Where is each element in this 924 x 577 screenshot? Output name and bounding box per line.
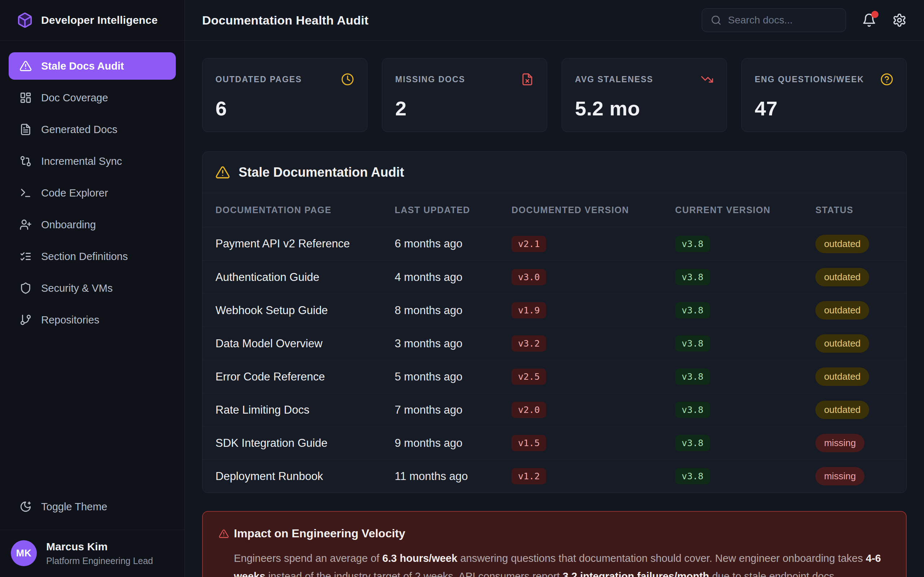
current-version-cell: v3.8 xyxy=(675,335,816,351)
last-updated: 11 months ago xyxy=(394,470,512,483)
warning-triangle-icon xyxy=(215,165,230,180)
doc-page-name: Data Model Overview xyxy=(215,337,394,350)
user-info: Marcus Kim Platform Engineering Lead xyxy=(46,541,153,566)
documented-version-cell: v1.2 xyxy=(512,468,675,484)
doc-page-name: Payment API v2 Reference xyxy=(215,237,394,250)
user-plus-icon xyxy=(19,219,32,231)
last-updated: 8 months ago xyxy=(394,304,512,317)
user-role: Platform Engineering Lead xyxy=(46,556,153,566)
status-cell: outdated xyxy=(815,334,893,353)
sidebar-footer: Toggle Theme xyxy=(0,493,184,530)
alert-triangle-icon xyxy=(19,60,32,72)
gear-icon xyxy=(892,13,907,27)
settings-button[interactable] xyxy=(892,13,907,27)
stat-value: 6 xyxy=(215,97,354,120)
documented-version-badge: v2.1 xyxy=(512,236,546,252)
documented-version-cell: v2.1 xyxy=(512,236,675,252)
stat-card-missing-docs: MISSING DOCS 2 xyxy=(382,58,547,132)
status-badge: outdated xyxy=(815,268,869,286)
sidebar-item-onboarding[interactable]: Onboarding xyxy=(9,211,176,239)
content: OUTDATED PAGES 6 MISSING DOCS 2 AVG STAL… xyxy=(185,41,924,577)
documented-version-badge: v1.9 xyxy=(512,302,546,318)
file-text-icon xyxy=(19,123,32,135)
git-branch-icon xyxy=(19,314,32,326)
sidebar-item-doc-coverage[interactable]: Doc Coverage xyxy=(9,84,176,111)
layout-dashboard-icon xyxy=(19,92,32,104)
sidebar-item-incremental-sync[interactable]: Incremental Sync xyxy=(9,148,176,175)
status-badge: outdated xyxy=(815,301,869,319)
current-version-cell: v3.8 xyxy=(675,402,816,418)
sidebar-item-stale-docs-audit[interactable]: Stale Docs Audit xyxy=(9,52,176,80)
sidebar-item-code-explorer[interactable]: Code Explorer xyxy=(9,179,176,206)
status-badge: missing xyxy=(815,467,864,485)
status-badge: outdated xyxy=(815,235,869,253)
doc-page-name: Deployment Runbook xyxy=(215,470,394,483)
column-header-last-updated: LAST UPDATED xyxy=(394,205,512,215)
current-version-badge: v3.8 xyxy=(675,369,710,385)
user-profile[interactable]: MK Marcus Kim Platform Engineering Lead xyxy=(0,530,184,577)
current-version-cell: v3.8 xyxy=(675,369,816,385)
last-updated: 4 months ago xyxy=(394,271,512,284)
stat-card-outdated-pages: OUTDATED PAGES 6 xyxy=(202,58,367,132)
audit-table-header: Stale Documentation Audit xyxy=(202,152,906,193)
status-cell: outdated xyxy=(815,301,893,319)
current-version-badge: v3.8 xyxy=(675,335,710,351)
notification-dot xyxy=(871,11,879,18)
status-cell: missing xyxy=(815,467,893,485)
status-badge: missing xyxy=(815,434,864,452)
current-version-badge: v3.8 xyxy=(675,236,710,252)
stat-value: 2 xyxy=(395,97,534,120)
status-badge: outdated xyxy=(815,334,869,353)
notifications-button[interactable] xyxy=(862,13,876,27)
search-box[interactable] xyxy=(702,8,846,32)
cube-logo-icon xyxy=(16,12,33,29)
documented-version-cell: v3.2 xyxy=(512,335,675,351)
documented-version-badge: v3.2 xyxy=(512,335,546,351)
toggle-theme-button[interactable]: Toggle Theme xyxy=(9,493,176,521)
table-row: Rate Limiting Docs 7 months ago v2.0 v3.… xyxy=(202,393,906,426)
stat-label: ENG QUESTIONS/WEEK xyxy=(755,75,864,84)
sidebar-nav: Stale Docs Audit Doc Coverage Generated … xyxy=(0,41,184,493)
last-updated: 3 months ago xyxy=(394,337,512,350)
search-icon xyxy=(711,15,722,26)
sidebar-item-generated-docs[interactable]: Generated Docs xyxy=(9,116,176,143)
last-updated: 5 months ago xyxy=(394,371,512,384)
toggle-theme-label: Toggle Theme xyxy=(41,501,107,513)
app-logo-row: Developer Intelligence xyxy=(0,0,184,41)
main-area: Documentation Health Audit OUTDATED PAGE… xyxy=(185,0,924,577)
moon-star-icon xyxy=(19,501,32,513)
current-version-badge: v3.8 xyxy=(675,435,710,451)
trending-down-icon xyxy=(701,73,714,86)
current-version-badge: v3.8 xyxy=(675,302,710,318)
column-header-status: STATUS xyxy=(815,205,893,215)
sidebar-item-security-vms[interactable]: Security & VMs xyxy=(9,274,176,302)
list-checks-icon xyxy=(19,250,32,263)
column-header-documented-version: DOCUMENTED VERSION xyxy=(512,205,675,215)
sidebar-item-repositories[interactable]: Repositories xyxy=(9,306,176,334)
terminal-icon xyxy=(19,187,32,199)
documented-version-cell: v2.0 xyxy=(512,402,675,418)
table-row: Deployment Runbook 11 months ago v1.2 v3… xyxy=(202,459,906,493)
documented-version-cell: v1.9 xyxy=(512,302,675,318)
status-cell: missing xyxy=(815,434,893,452)
table-row: Data Model Overview 3 months ago v3.2 v3… xyxy=(202,327,906,360)
last-updated: 9 months ago xyxy=(394,437,512,450)
topbar: Documentation Health Audit xyxy=(185,0,924,41)
documented-version-badge: v1.5 xyxy=(512,435,546,451)
table-row: Payment API v2 Reference 6 months ago v2… xyxy=(202,227,906,260)
table-row: Webhook Setup Guide 8 months ago v1.9 v3… xyxy=(202,293,906,327)
sidebar: Developer Intelligence Stale Docs Audit … xyxy=(0,0,185,577)
current-version-badge: v3.8 xyxy=(675,402,710,418)
table-row: Error Code Reference 5 months ago v2.5 v… xyxy=(202,360,906,393)
user-name: Marcus Kim xyxy=(46,541,153,553)
status-cell: outdated xyxy=(815,268,893,286)
topbar-actions xyxy=(702,8,907,32)
current-version-cell: v3.8 xyxy=(675,269,816,285)
file-x-icon xyxy=(521,73,534,86)
doc-page-name: SDK Integration Guide xyxy=(215,437,394,450)
documented-version-badge: v2.5 xyxy=(512,369,546,385)
search-input[interactable] xyxy=(728,15,837,26)
status-cell: outdated xyxy=(815,401,893,419)
sidebar-item-section-definitions[interactable]: Section Definitions xyxy=(9,243,176,270)
current-version-badge: v3.8 xyxy=(675,269,710,285)
